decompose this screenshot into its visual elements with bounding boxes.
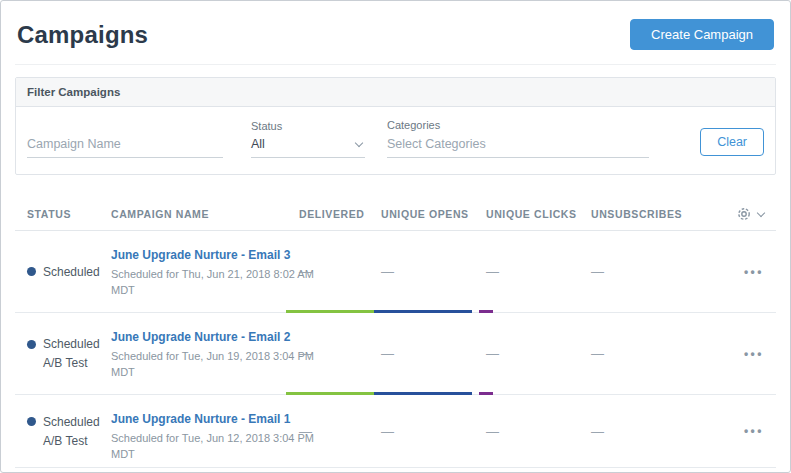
chevron-down-icon — [355, 139, 363, 147]
status-cell: Scheduled — [27, 265, 111, 279]
unique-clicks-value: — — [486, 264, 591, 279]
column-header-unique-opens: UNIQUE OPENS — [381, 208, 486, 220]
scheduled-for-text: Scheduled for Thu, Jun 21, 2018 8:02 AM … — [111, 267, 316, 299]
status-text: Scheduled — [43, 265, 100, 279]
status-select[interactable]: All — [251, 135, 365, 158]
create-campaign-button[interactable]: Create Campaign — [630, 19, 774, 50]
column-header-status: STATUS — [27, 208, 111, 220]
status-selected-value: All — [251, 137, 265, 151]
campaign-cell: June Upgrade Nurture - Email 2 Scheduled… — [111, 313, 299, 381]
page-title: Campaigns — [17, 21, 148, 49]
campaign-name-link[interactable]: June Upgrade Nurture - Email 1 — [111, 412, 290, 426]
filter-controls: Status All Categories Clear — [16, 107, 775, 174]
filter-panel-title: Filter Campaigns — [16, 78, 775, 107]
table-row: Scheduled June Upgrade Nurture - Email 3… — [15, 231, 776, 313]
filter-panel: Filter Campaigns Status All Categories C… — [15, 77, 776, 175]
column-header-campaign-name: CAMPAIGN NAME — [111, 208, 299, 220]
campaigns-page: Campaigns Create Campaign Filter Campaig… — [0, 0, 791, 473]
unique-clicks-value: — — [486, 424, 591, 439]
table-header-row: STATUS CAMPAIGN NAME DELIVERED UNIQUE OP… — [15, 197, 776, 231]
column-header-unique-clicks: UNIQUE CLICKS — [486, 208, 591, 220]
status-cell: Scheduled A/B Test — [27, 415, 111, 448]
campaign-name-input[interactable] — [27, 134, 223, 158]
chevron-down-icon — [757, 208, 765, 216]
unsubscribes-value: — — [591, 424, 711, 439]
unique-opens-value: — — [381, 346, 486, 361]
page-header: Campaigns Create Campaign — [15, 15, 776, 65]
ab-test-label: A/B Test — [43, 356, 111, 370]
categories-input[interactable] — [387, 134, 649, 158]
table-row: Scheduled A/B Test June Upgrade Nurture … — [15, 313, 776, 395]
unsubscribes-value: — — [591, 346, 711, 361]
clear-filters-button[interactable]: Clear — [700, 128, 764, 156]
delivered-value: — — [299, 264, 381, 279]
row-actions-menu-button[interactable]: ••• — [744, 420, 764, 442]
categories-filter: Categories — [387, 119, 649, 158]
unique-opens-value: — — [381, 424, 486, 439]
campaign-cell: June Upgrade Nurture - Email 3 Scheduled… — [111, 231, 299, 299]
campaign-name-link[interactable]: June Upgrade Nurture - Email 3 — [111, 248, 290, 262]
status-filter: Status All — [251, 120, 365, 158]
campaign-name-link[interactable]: June Upgrade Nurture - Email 2 — [111, 330, 290, 344]
status-text: Scheduled — [43, 337, 100, 351]
column-header-unsubscribes: UNSUBSCRIBES — [591, 208, 711, 220]
scheduled-for-text: Scheduled for Tue, Jun 19, 2018 3:04 PM … — [111, 349, 316, 381]
table-row: Scheduled A/B Test June Upgrade Nurture … — [15, 395, 776, 468]
delivered-value: — — [299, 346, 381, 361]
status-text: Scheduled — [43, 415, 100, 429]
campaign-cell: June Upgrade Nurture - Email 1 Scheduled… — [111, 395, 299, 463]
column-header-delivered: DELIVERED — [299, 208, 381, 220]
row-actions-menu-button[interactable]: ••• — [744, 343, 764, 365]
unique-opens-value: — — [381, 264, 486, 279]
status-cell: Scheduled A/B Test — [27, 337, 111, 370]
status-dot-icon — [27, 340, 36, 349]
unsubscribes-value: — — [591, 264, 711, 279]
delivered-value: — — [299, 424, 381, 439]
table-settings-button[interactable] — [711, 206, 764, 222]
unique-clicks-value: — — [486, 346, 591, 361]
categories-label: Categories — [387, 119, 649, 131]
ab-test-label: A/B Test — [43, 434, 111, 448]
status-label: Status — [251, 120, 365, 132]
status-dot-icon — [27, 267, 36, 276]
gear-icon — [736, 206, 752, 222]
status-dot-icon — [27, 417, 36, 426]
row-actions-menu-button[interactable]: ••• — [744, 261, 764, 283]
scheduled-for-text: Scheduled for Tue, Jun 12, 2018 3:04 PM … — [111, 431, 316, 463]
